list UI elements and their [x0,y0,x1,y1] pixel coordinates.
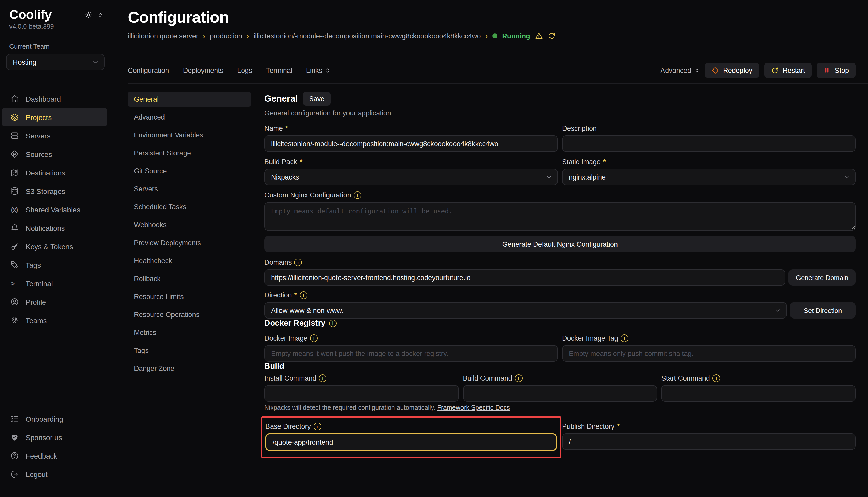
sidebar-item-shared-variables[interactable]: (x) Shared Variables [2,201,107,218]
generate-nginx-button[interactable]: Generate Default Nginx Configuration [264,236,856,252]
stop-button[interactable]: Stop [817,62,856,78]
config-menu-resource-limits[interactable]: Resource Limits [128,289,251,304]
docker-image-input[interactable] [264,345,558,361]
description-input[interactable] [562,136,856,152]
build-command-label: Build Command [463,374,512,382]
tag-icon [10,260,19,269]
config-menu-git-source[interactable]: Git Source [128,164,251,179]
sidebar-item-feedback[interactable]: Feedback [2,447,107,465]
install-command-input[interactable] [264,385,459,402]
user-icon [10,297,19,306]
sidebar-item-tags[interactable]: Tags [2,256,107,274]
warning-icon[interactable] [535,32,543,40]
name-input[interactable] [264,136,558,152]
required-asterisk: * [617,423,620,430]
sidebar-item-sponsor-us[interactable]: Sponsor us [2,428,107,446]
sidebar-item-destinations[interactable]: Destinations [2,164,107,182]
breadcrumb-resource[interactable]: illicitestonion/-module--decomposition:m… [253,32,481,40]
sidebar-item-servers[interactable]: Servers [2,127,107,145]
generate-domain-button[interactable]: Generate Domain [789,269,856,286]
config-menu-healthcheck[interactable]: Healthcheck [128,253,251,268]
breadcrumb-environment[interactable]: production [210,32,242,40]
refresh-status-icon[interactable] [548,32,556,40]
theme-toggle-icon[interactable] [84,11,92,19]
users-icon [10,316,19,325]
sidebar-item-teams[interactable]: Teams [2,311,107,329]
version-switch-icon[interactable] [97,12,104,18]
sidebar-footer: Onboarding Sponsor us Feedback Logout [0,410,111,484]
breadcrumb-project[interactable]: illicitonion quote server [128,32,198,40]
config-menu-general[interactable]: General [128,92,251,107]
info-icon[interactable]: i [300,291,307,299]
config-menu-tags[interactable]: Tags [128,343,251,358]
checklist-icon [10,414,19,423]
team-select[interactable]: Hosting [6,54,105,70]
sidebar-item-onboarding[interactable]: Onboarding [2,410,107,428]
redeploy-button[interactable]: Redeploy [704,62,759,78]
info-icon[interactable]: i [621,335,629,342]
name-label: Name [264,125,283,132]
sidebar: Coolify v4.0.0-beta.399 Current Team Hos… [0,0,111,497]
base-directory-input[interactable] [265,434,557,451]
home-icon [10,94,19,103]
sidebar-item-logout[interactable]: Logout [2,465,107,483]
framework-docs-link[interactable]: Framework Specific Docs [437,404,510,411]
restart-button[interactable]: Restart [764,62,812,78]
sidebar-item-profile[interactable]: Profile [2,293,107,311]
config-menu-metrics[interactable]: Metrics [128,325,251,340]
tab-logs[interactable]: Logs [237,67,252,74]
info-icon[interactable]: i [713,374,720,382]
info-icon[interactable]: i [319,374,327,382]
info-icon[interactable]: i [313,423,321,430]
custom-nginx-label: Custom Nginx Configuration [264,191,351,199]
sidebar-item-terminal[interactable]: >_ Terminal [2,274,107,292]
sidebar-item-sources[interactable]: Sources [2,145,107,163]
build-command-input[interactable] [463,385,657,402]
docker-image-tag-input[interactable] [562,345,856,361]
sidebar-item-keys-tokens[interactable]: Keys & Tokens [2,238,107,255]
tab-configuration[interactable]: Configuration [128,67,169,74]
config-menu-scheduled-tasks[interactable]: Scheduled Tasks [128,200,251,214]
custom-nginx-textarea[interactable] [264,202,856,231]
info-icon[interactable]: i [294,258,302,266]
direction-select[interactable]: Allow www & non-www. [264,302,787,318]
sidebar-item-s3-storages[interactable]: S3 Storages [2,182,107,200]
required-asterisk: * [300,158,303,166]
tab-deployments[interactable]: Deployments [183,67,223,74]
config-menu-advanced[interactable]: Advanced [128,110,251,125]
app-logo[interactable]: Coolify [9,7,54,22]
status-link[interactable]: Running [502,32,530,40]
build-pack-select[interactable]: Nixpacks [264,169,558,185]
static-image-select[interactable]: nginx:alpine [562,169,856,185]
sidebar-item-projects[interactable]: Projects [2,108,107,126]
logout-icon [10,470,19,479]
info-icon[interactable]: i [514,374,522,382]
config-menu-rollback[interactable]: Rollback [128,271,251,286]
description-label: Description [562,125,597,132]
config-menu-resource-operations[interactable]: Resource Operations [128,307,251,322]
config-menu-environment-variables[interactable]: Environment Variables [128,128,251,143]
set-direction-button[interactable]: Set Direction [790,302,856,318]
config-menu-preview-deployments[interactable]: Preview Deployments [128,236,251,250]
advanced-dropdown[interactable]: Advanced [660,67,699,74]
start-command-input[interactable] [661,385,856,402]
config-menu-servers[interactable]: Servers [128,182,251,196]
tab-terminal[interactable]: Terminal [266,67,292,74]
domains-input[interactable] [264,269,786,286]
sidebar-item-dashboard[interactable]: Dashboard [2,90,107,108]
nixpacks-note: Nixpacks will detect the required config… [264,404,856,411]
config-menu-danger-zone[interactable]: Danger Zone [128,361,251,376]
config-menu-persistent-storage[interactable]: Persistent Storage [128,146,251,160]
info-icon[interactable]: i [310,335,318,342]
tab-links[interactable]: Links [306,67,331,74]
git-source-icon [10,150,19,158]
publish-directory-input[interactable] [562,434,856,450]
save-button[interactable]: Save [303,92,330,106]
config-menu-webhooks[interactable]: Webhooks [128,217,251,232]
main-content: Configuration illicitonion quote server … [111,0,868,497]
info-icon[interactable]: i [329,319,337,327]
help-icon [10,451,19,460]
terminal-icon: >_ [10,280,19,287]
info-icon[interactable]: i [354,191,361,199]
sidebar-item-notifications[interactable]: Notifications [2,219,107,237]
